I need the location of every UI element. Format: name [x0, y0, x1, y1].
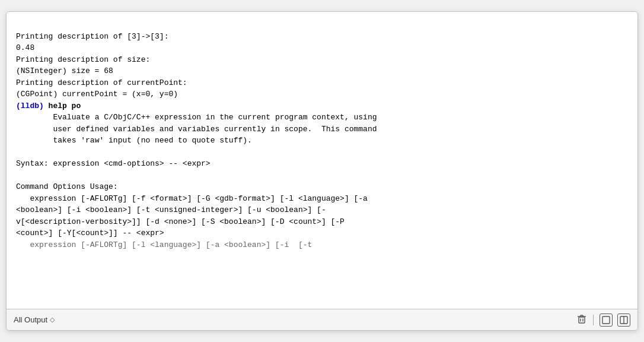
line-15: v[<description-verbosity>]] [-d <none>] …	[16, 217, 345, 226]
chevron-icon: ◇	[50, 316, 55, 324]
terminal-window: Printing description of [3]->[3]: 0.48 P…	[6, 11, 638, 331]
terminal-output: Printing description of [3]->[3]: 0.48 P…	[7, 12, 637, 309]
line-11: Syntax: expression <cmd-options> -- <exp…	[16, 159, 211, 168]
line-2: 0.48	[16, 43, 34, 52]
svg-rect-0	[579, 317, 585, 323]
line-12: Command Options Usage:	[16, 182, 118, 191]
line-10: takes 'raw' input (no need to quote stuf…	[16, 136, 252, 145]
terminal-footer: All Output ◇	[7, 309, 637, 330]
footer-divider	[593, 315, 594, 325]
lldb-prompt: (lldb)	[16, 102, 44, 110]
split-view-button-2[interactable]	[617, 314, 630, 327]
line-16: <count>] [-Y[<count>]] -- <expr>	[16, 229, 164, 238]
all-output-label: All Output	[14, 315, 47, 324]
line-5: Printing description of currentPoint:	[16, 78, 187, 87]
split-view-button-1[interactable]	[600, 314, 613, 327]
line-14: <boolean>] [-i <boolean>] [-t <unsigned-…	[16, 205, 326, 214]
line-faded: expression [-AFLORTg] [-l <language>] [-…	[16, 240, 312, 249]
line-9: user defined variables and variables cur…	[16, 125, 377, 134]
line-3: Printing description of size:	[16, 55, 150, 64]
line-blank-1	[16, 148, 21, 157]
svg-rect-7	[602, 316, 610, 324]
line-1: Printing description of [3]->[3]:	[16, 32, 168, 41]
footer-label-area[interactable]: All Output ◇	[14, 315, 55, 324]
clear-button[interactable]	[576, 314, 587, 327]
footer-actions	[576, 314, 630, 327]
line-13: expression [-AFLORTg] [-f <format>] [-G …	[16, 194, 368, 203]
line-6: (CGPoint) currentPoint = (x=0, y=0)	[16, 90, 178, 99]
line-7: (lldb) help po	[16, 102, 81, 110]
line-4: (NSInteger) size = 68	[16, 66, 113, 75]
line-8: Evaluate a C/ObjC/C++ expression in the …	[16, 113, 377, 122]
line-blank-2	[16, 171, 21, 180]
lldb-command: help po	[44, 102, 81, 110]
